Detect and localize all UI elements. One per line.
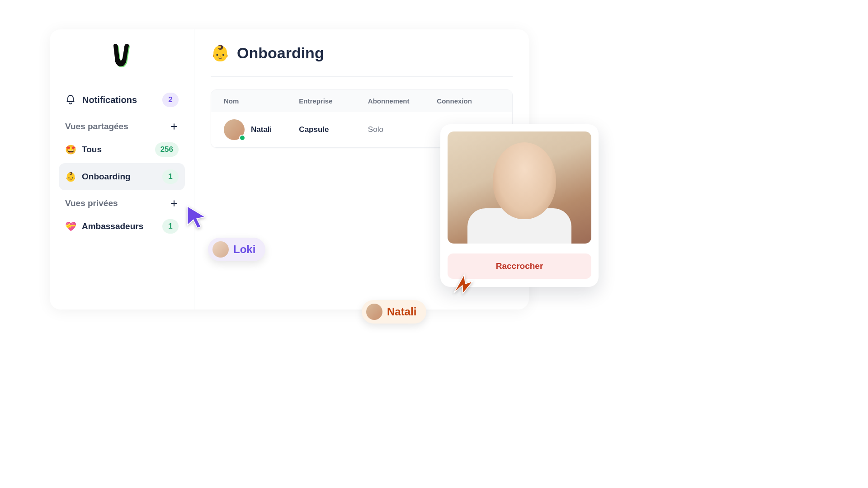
th-name: Nom bbox=[224, 97, 299, 105]
call-panel: Raccrocher bbox=[440, 124, 599, 287]
hangup-button[interactable]: Raccrocher bbox=[448, 253, 591, 279]
sidebar-item-tous[interactable]: 🤩 Tous 256 bbox=[59, 136, 185, 163]
avatar bbox=[212, 241, 229, 258]
sidebar: Notifications 2 Vues partagées 🤩 Tous 25… bbox=[50, 29, 194, 310]
presence-tag-natali: Natali bbox=[362, 300, 426, 324]
sidebar-item-label: Ambassadeurs bbox=[82, 221, 143, 231]
notifications-badge: 2 bbox=[162, 93, 179, 107]
section-shared-header: Vues partagées bbox=[59, 113, 185, 136]
count-badge: 1 bbox=[162, 219, 179, 234]
cell-plan: Solo bbox=[368, 125, 437, 134]
plus-icon[interactable] bbox=[170, 199, 179, 208]
avatar bbox=[224, 119, 245, 140]
table-header: Nom Entreprise Abonnement Connexion bbox=[211, 90, 512, 112]
avatar bbox=[366, 304, 382, 320]
section-shared-label: Vues partagées bbox=[65, 122, 128, 131]
emoji-icon: 👶 bbox=[65, 171, 76, 182]
section-private-label: Vues privées bbox=[65, 198, 118, 208]
count-badge: 256 bbox=[155, 142, 179, 157]
call-video bbox=[448, 131, 591, 244]
section-private-header: Vues privées bbox=[59, 190, 185, 213]
nav-notifications-label: Notifications bbox=[82, 95, 137, 105]
presence-tag-loki: Loki bbox=[208, 238, 265, 261]
bell-icon bbox=[65, 94, 76, 105]
page-title: 👶 Onboarding bbox=[211, 44, 513, 77]
page-title-emoji-icon: 👶 bbox=[211, 44, 230, 62]
presence-tag-label: Loki bbox=[233, 243, 255, 256]
presence-online-icon bbox=[239, 135, 245, 141]
sidebar-item-ambassadeurs[interactable]: 💝 Ambassadeurs 1 bbox=[59, 213, 185, 240]
presence-tag-label: Natali bbox=[387, 305, 416, 318]
emoji-icon: 🤩 bbox=[65, 144, 76, 155]
emoji-icon: 💝 bbox=[65, 221, 76, 232]
th-plan: Abonnement bbox=[368, 97, 437, 105]
cell-company: Capsule bbox=[299, 125, 368, 134]
count-badge: 1 bbox=[162, 169, 179, 184]
th-company: Entreprise bbox=[299, 97, 368, 105]
th-login: Connexion bbox=[437, 97, 500, 105]
page-title-text: Onboarding bbox=[237, 44, 324, 62]
sidebar-item-onboarding[interactable]: 👶 Onboarding 1 bbox=[59, 163, 185, 190]
plus-icon[interactable] bbox=[170, 122, 179, 131]
sidebar-item-label: Onboarding bbox=[82, 172, 131, 182]
cell-name: Natali bbox=[251, 125, 272, 134]
nav-notifications[interactable]: Notifications 2 bbox=[59, 86, 185, 113]
app-logo bbox=[59, 42, 185, 70]
sidebar-item-label: Tous bbox=[82, 145, 102, 155]
logo-icon bbox=[108, 42, 136, 70]
